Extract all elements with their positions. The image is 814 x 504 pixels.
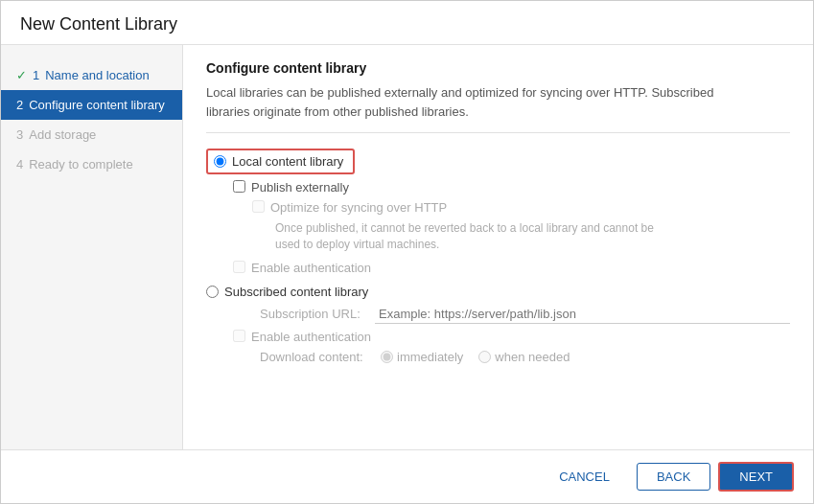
cancel-button[interactable]: CANCEL [540, 464, 629, 490]
download-content-label: Download content: [260, 350, 365, 364]
subscription-url-label: Subscription URL: [260, 307, 365, 321]
sidebar-step3-label: Add storage [29, 127, 96, 142]
optimize-http-label: Optimize for syncing over HTTP [270, 200, 447, 215]
new-content-library-dialog: New Content Library ✓ 1 Name and locatio… [0, 0, 814, 504]
subscribed-library-label: Subscribed content library [224, 285, 368, 299]
wizard-sidebar: ✓ 1 Name and location 2 Configure conten… [1, 45, 183, 449]
publish-externally-checkbox[interactable] [233, 180, 245, 193]
next-button[interactable]: NEXT [718, 462, 794, 492]
subscribed-sub-options: Subscription URL: Enable authentication … [233, 305, 790, 364]
subscribed-library-radio-row: Subscribed content library [206, 285, 790, 299]
publish-externally-row: Publish externally [233, 180, 790, 195]
local-sub-options: Publish externally Optimize for syncing … [233, 180, 790, 275]
sidebar-step4-label: Ready to complete [29, 157, 132, 172]
local-library-label: Local content library [232, 154, 343, 169]
section-title: Configure content library [206, 60, 790, 76]
enable-auth-local-checkbox [233, 261, 245, 273]
optimize-note: Once published, it cannot be reverted ba… [275, 220, 678, 253]
options-area: Local content library Publish externally… [206, 149, 790, 434]
dialog-title: New Content Library [1, 1, 813, 45]
enable-auth-sub-label: Enable authentication [251, 330, 371, 344]
sidebar-step3-number: 3 [16, 127, 23, 142]
when-needed-label: when needed [495, 350, 570, 364]
enable-auth-sub-row: Enable authentication [233, 330, 790, 344]
section-divider [206, 132, 790, 133]
sidebar-step4-number: 4 [16, 157, 23, 172]
sidebar-item-step4: 4 Ready to complete [1, 149, 182, 179]
immediately-option: immediately [381, 350, 463, 364]
dialog-footer: CANCEL BACK NEXT [1, 449, 813, 503]
local-library-option-group: Local content library Publish externally… [206, 149, 790, 275]
sidebar-step1-number: 1 [33, 68, 39, 82]
sidebar-step1-label: Name and location [45, 68, 149, 82]
sidebar-step2-label: Configure content library [29, 98, 165, 112]
enable-auth-local-row: Enable authentication [233, 261, 790, 275]
download-options-group: immediately when needed [381, 350, 570, 364]
sidebar-item-step3: 3 Add storage [1, 120, 182, 149]
when-needed-radio [478, 351, 491, 363]
when-needed-option: when needed [478, 350, 570, 364]
main-content-area: Configure content library Local librarie… [183, 45, 813, 449]
subscription-url-input[interactable] [375, 305, 790, 324]
enable-auth-sub-checkbox [233, 330, 245, 342]
immediately-label: immediately [397, 350, 463, 364]
sidebar-step2-number: 2 [16, 98, 23, 112]
subscription-url-row: Subscription URL: [260, 305, 790, 324]
checkmark-icon: ✓ [16, 68, 27, 82]
optimize-http-checkbox [252, 200, 265, 213]
local-library-radio-row: Local content library [206, 149, 355, 174]
back-button[interactable]: BACK [637, 463, 710, 491]
subscribed-library-radio[interactable] [206, 286, 219, 298]
sidebar-item-step2[interactable]: 2 Configure content library [1, 90, 182, 120]
local-library-radio[interactable] [214, 155, 226, 168]
optimize-http-row: Optimize for syncing over HTTP [252, 200, 790, 215]
download-content-row: Download content: immediately when neede… [260, 350, 790, 364]
section-description: Local libraries can be published externa… [206, 83, 790, 121]
enable-auth-local-label: Enable authentication [251, 261, 371, 275]
immediately-radio [381, 351, 393, 363]
sidebar-item-step1[interactable]: ✓ 1 Name and location [1, 60, 182, 90]
publish-externally-label: Publish externally [251, 180, 349, 195]
subscribed-library-option-group: Subscribed content library Subscription … [206, 285, 790, 364]
